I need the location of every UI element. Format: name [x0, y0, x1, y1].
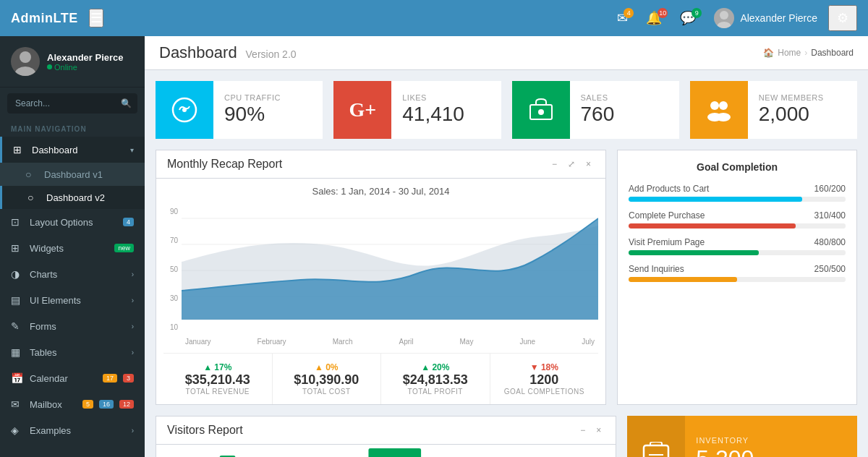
sidebar-user-panel: Alexander Pierce Online	[0, 36, 145, 87]
revenue-label: TOTAL REVENUE	[171, 388, 265, 396]
sidebar-item-examples[interactable]: ◈ Examples ›	[0, 417, 145, 443]
chat-button[interactable]: 💬 9	[673, 7, 703, 30]
circle-icon: ○	[27, 192, 41, 203]
sidebar-item-calendar[interactable]: 📅 Calendar 17 3	[0, 365, 145, 391]
search-input[interactable]	[7, 93, 137, 114]
brand-logo: AdminLTE	[11, 11, 78, 26]
sidebar-item-dashboard-v2[interactable]: ○ Dashboard v2	[0, 186, 145, 209]
svg-rect-23	[644, 445, 668, 458]
x-label-mar: March	[333, 338, 353, 346]
y-axis: 90 70 50 30 10	[163, 204, 182, 346]
sidebar-item-label: UI Elements	[30, 295, 132, 306]
profit-value: $24,813.53	[388, 372, 482, 388]
status-dot	[47, 64, 52, 69]
sidebar-item-tables[interactable]: ▦ Tables ›	[0, 339, 145, 365]
sidebar-item-widgets[interactable]: ⊞ Widgets new	[0, 235, 145, 261]
svg-point-9	[719, 101, 728, 110]
close-button[interactable]: ×	[582, 158, 595, 171]
sidebar-toggle[interactable]: ☰	[89, 9, 103, 27]
chart-subtitle: Sales: 1 Jan, 2014 - 30 Jul, 2014	[163, 186, 598, 197]
revenue-change: ▲ 17%	[171, 362, 265, 372]
svg-rect-21	[368, 448, 421, 457]
chevron-right-icon: ›	[132, 323, 134, 330]
top-navbar: AdminLTE ☰ ✉ 4 🔔 10 💬 9 Alexander Pierce…	[0, 0, 868, 36]
tables-icon: ▦	[11, 346, 24, 358]
cost-label: TOTAL COST	[280, 388, 374, 396]
settings-button[interactable]: ⚙	[828, 5, 857, 31]
y-label-90: 90	[163, 208, 178, 215]
sidebar-item-label: Layout Options	[30, 217, 119, 228]
sidebar-item-charts[interactable]: ◑ Charts ›	[0, 261, 145, 287]
inventory-value: 5,200	[696, 445, 792, 457]
user-menu[interactable]: Alexander Pierce	[707, 4, 825, 32]
goal-item-header: Complete Purchase 310/400	[629, 210, 846, 221]
mail-button[interactable]: ✉ 4	[610, 7, 635, 30]
nav-section-label: MAIN NAVIGATION	[0, 119, 145, 137]
home-icon: 🏠	[763, 48, 774, 58]
dashboard-submenu: ○ Dashboard v1 ○ Dashboard v2	[0, 163, 145, 209]
visitors-minimize-button[interactable]: −	[576, 424, 589, 437]
sidebar-item-label: Dashboard v2	[46, 192, 134, 203]
bell-button[interactable]: 🔔 10	[639, 7, 669, 30]
goal-progress-text: 310/400	[814, 210, 846, 221]
sidebar-item-forms[interactable]: ✎ Forms ›	[0, 313, 145, 339]
sidebar-item-dashboard[interactable]: ⊞ Dashboard ▾	[0, 137, 145, 163]
card-tools: − ⤢ ×	[548, 158, 595, 171]
members-icon-box	[690, 81, 748, 139]
chevron-right-icon: ›	[132, 270, 134, 278]
goal-label: Visit Premium Page	[629, 237, 705, 247]
navbar-right: ✉ 4 🔔 10 💬 9 Alexander Pierce ⚙	[610, 4, 857, 32]
chart-wrap: 90 70 50 30 10	[163, 204, 598, 346]
chevron-right-icon: ›	[132, 296, 134, 304]
sales-label: SALES	[581, 93, 615, 102]
stat-goals: ▼ 18% 1200 GOAL COMPLETIONS	[490, 354, 599, 404]
sidebar-item-mailbox[interactable]: ✉ Mailbox 5 16 12	[0, 391, 145, 417]
visitors-report-card: Visitors Report − ×	[156, 416, 616, 457]
mailbox-badge-1: 5	[82, 400, 93, 409]
main-wrapper: Alexander Pierce Online 🔍 MAIN NAVIGATIO…	[0, 36, 868, 457]
goal-label: Send Inquiries	[629, 264, 684, 274]
mailbox-badge-3: 12	[119, 400, 134, 409]
inventory-label: INVENTORY	[696, 436, 792, 445]
stat-box-likes: G+ LIKES 41,410	[333, 81, 501, 139]
svg-point-5	[182, 108, 187, 112]
brand-text: AdminLTE	[11, 11, 78, 25]
sidebar-item-label: Charts	[30, 269, 132, 280]
cpu-value: 90%	[224, 102, 281, 127]
x-label-jun: June	[519, 338, 535, 346]
content-body: CPU TRAFFIC 90% G+ LIKES 41,410	[145, 70, 868, 457]
breadcrumb-home-link[interactable]: Home	[778, 48, 801, 58]
svg-point-2	[20, 51, 31, 63]
visitors-close-button[interactable]: ×	[592, 424, 605, 437]
goal-progress-bar-wrap	[629, 197, 846, 202]
layout-icon: ⊡	[11, 216, 24, 228]
calendar-icon: 📅	[11, 372, 24, 384]
sidebar-item-ui-elements[interactable]: ▤ UI Elements ›	[0, 287, 145, 313]
x-label-may: May	[460, 338, 474, 346]
goal-progress-text: 250/500	[814, 264, 846, 274]
calendar-badges: 17 3	[99, 374, 134, 383]
minimize-button[interactable]: −	[548, 158, 561, 171]
goal-progress-bar-wrap	[629, 223, 846, 228]
chevron-down-icon: ▾	[130, 146, 134, 154]
sidebar-item-label: Examples	[30, 425, 132, 436]
goal-completion-body: Goal Completion Add Products to Cart 160…	[618, 150, 856, 302]
members-value: 2,000	[759, 102, 824, 127]
widgets-icon: ⊞	[11, 242, 24, 254]
sidebar-item-label: Mailbox	[30, 399, 79, 410]
content-header: Dashboard Version 2.0 🏠 Home › Dashboard	[145, 36, 868, 70]
stat-profit: ▲ 20% $24,813.53 TOTAL PROFIT	[381, 354, 490, 404]
sidebar-item-label: Widgets	[30, 243, 111, 254]
members-info: NEW MEMBERS 2,000	[748, 81, 835, 139]
svg-point-3	[15, 67, 35, 76]
sales-value: 760	[581, 102, 615, 127]
sidebar-item-dashboard-v1[interactable]: ○ Dashboard v1	[0, 163, 145, 186]
stat-box-cpu: CPU TRAFFIC 90%	[156, 81, 323, 139]
x-label-jan: January	[185, 338, 211, 346]
expand-button[interactable]: ⤢	[564, 158, 579, 171]
sidebar-item-layout-options[interactable]: ⊡ Layout Options 4	[0, 209, 145, 235]
bell-badge: 10	[658, 8, 668, 18]
cpu-label: CPU TRAFFIC	[224, 93, 281, 102]
chart-stats: ▲ 17% $35,210.43 TOTAL REVENUE ▲ 0% $10,…	[163, 353, 598, 404]
breadcrumb: 🏠 Home › Dashboard	[763, 48, 854, 58]
